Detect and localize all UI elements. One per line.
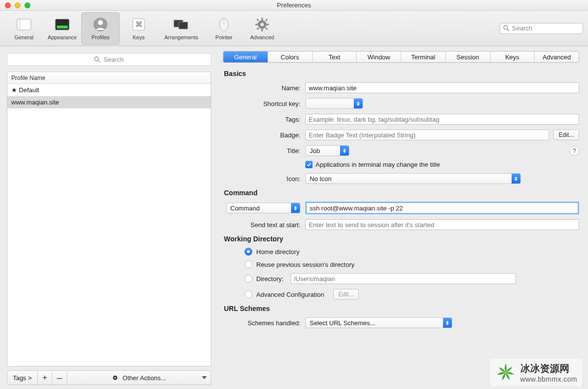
svg-rect-14 (262, 18, 263, 20)
svg-rect-17 (267, 24, 269, 25)
add-profile-button[interactable]: + (37, 370, 52, 385)
svg-rect-0 (17, 19, 31, 30)
icon-label: Icon: (223, 175, 305, 182)
name-label: Name: (223, 84, 305, 92)
shortcut-label: Shortcut key: (223, 100, 305, 107)
profile-row-selected[interactable]: www.maqian.site (7, 96, 211, 108)
svg-rect-9 (179, 22, 188, 29)
keys-icon: ⌘ (131, 17, 147, 32)
profiles-icon (93, 17, 108, 32)
svg-point-22 (504, 26, 508, 29)
toolbar-advanced[interactable]: Advanced (243, 12, 281, 45)
profile-search[interactable]: Search (7, 53, 211, 66)
radio-advanced[interactable] (245, 290, 252, 298)
tags-button[interactable]: Tags > (7, 370, 37, 385)
send-text-field[interactable] (305, 219, 579, 230)
command-field[interactable] (305, 202, 579, 214)
window-title: Preferences (0, 1, 588, 9)
svg-rect-20 (266, 19, 268, 21)
toolbar-pointer[interactable]: Pointer (205, 12, 243, 45)
advanced-gear-icon (254, 17, 270, 32)
tab-colors[interactable]: Colors (268, 52, 313, 62)
tags-label: Tags: (223, 116, 305, 123)
name-field[interactable] (305, 82, 579, 93)
directory-field[interactable] (291, 273, 516, 284)
title-checkbox[interactable] (305, 161, 313, 168)
titlebar: Preferences (0, 0, 588, 11)
svg-rect-1 (20, 19, 20, 30)
general-icon (16, 17, 32, 32)
toolbar-arrangements[interactable]: Arrangements (158, 12, 205, 45)
badge-label: Badge: (223, 131, 305, 139)
command-mode-select[interactable]: Command (226, 203, 300, 213)
toolbar-search[interactable]: Search (500, 23, 583, 34)
schemes-label: Schemes handled: (223, 319, 305, 327)
command-heading: Command (224, 189, 579, 197)
svg-rect-16 (255, 24, 258, 25)
toolbar-keys[interactable]: ⌘ Keys (120, 12, 158, 45)
search-icon (503, 25, 510, 31)
content: Search Profile Name ★ Default www.maqian… (0, 46, 588, 389)
tab-terminal[interactable]: Terminal (401, 52, 446, 62)
tab-session[interactable]: Session (446, 52, 490, 62)
svg-rect-18 (257, 19, 259, 21)
svg-rect-3 (57, 26, 68, 28)
tab-advanced[interactable]: Advanced (535, 52, 579, 62)
left-pane: Search Profile Name ★ Default www.maqian… (0, 46, 218, 389)
left-footer: Tags > + – Other Actions... (7, 370, 211, 385)
profile-table: Profile Name ★ Default www.maqian.site (7, 72, 211, 366)
remove-profile-button[interactable]: – (52, 370, 67, 385)
toolbar-general[interactable]: General (5, 12, 43, 45)
tab-window[interactable]: Window (357, 52, 401, 62)
appearance-icon (54, 17, 70, 32)
title-label: Title: (223, 147, 305, 155)
title-select[interactable]: Job (305, 145, 349, 156)
watermark: 冰冰资源网 www.bbmmx.com (490, 359, 582, 386)
tab-keys[interactable]: Keys (490, 52, 535, 62)
icon-select[interactable]: No Icon (305, 173, 521, 184)
shortcut-select[interactable] (305, 98, 363, 109)
radio-directory[interactable] (245, 275, 252, 283)
url-heading: URL Schemes (224, 305, 579, 312)
pointer-icon (216, 17, 232, 32)
svg-point-13 (261, 23, 264, 26)
profile-tabs: General Colors Text Window Terminal Sess… (223, 51, 579, 63)
svg-point-27 (114, 377, 116, 378)
svg-rect-15 (262, 29, 263, 31)
svg-point-5 (98, 20, 103, 25)
search-icon (94, 56, 100, 63)
svg-text:⌘: ⌘ (135, 20, 143, 28)
basics-heading: Basics (224, 70, 579, 78)
svg-point-28 (504, 371, 507, 374)
svg-line-25 (98, 60, 100, 62)
badge-field[interactable] (305, 130, 549, 140)
workdir-edit-button[interactable]: Edit... (333, 289, 359, 300)
schemes-select[interactable]: Select URL Schemes... (305, 317, 452, 328)
main-toolbar: General Appearance Profiles ⌘ Keys Arran… (0, 11, 588, 46)
gear-icon (112, 374, 119, 381)
title-checkbox-label: Applications in terminal may change the … (316, 161, 440, 168)
svg-rect-19 (266, 27, 268, 30)
tags-field[interactable] (305, 114, 579, 125)
send-text-label: Send text at start: (223, 221, 305, 229)
right-pane: General Colors Text Window Terminal Sess… (218, 46, 588, 389)
profile-row-default[interactable]: ★ Default (7, 84, 211, 96)
toolbar-appearance[interactable]: Appearance (43, 12, 81, 45)
profile-table-header[interactable]: Profile Name (7, 72, 211, 84)
tab-text[interactable]: Text (313, 52, 357, 62)
leaf-icon (495, 362, 516, 383)
radio-reuse[interactable] (245, 260, 252, 268)
radio-home[interactable] (245, 248, 252, 256)
chevron-down-icon (202, 376, 207, 379)
help-button[interactable]: ? (569, 146, 579, 156)
tab-general[interactable]: General (223, 52, 268, 62)
svg-line-23 (507, 29, 509, 31)
other-actions-button[interactable]: Other Actions... (67, 370, 211, 385)
svg-point-24 (95, 57, 98, 61)
badge-edit-button[interactable]: Edit... (553, 130, 579, 140)
toolbar-profiles[interactable]: Profiles (81, 12, 120, 45)
arrangements-icon (173, 17, 189, 32)
svg-rect-21 (257, 27, 259, 30)
workdir-heading: Working Directory (224, 235, 579, 243)
